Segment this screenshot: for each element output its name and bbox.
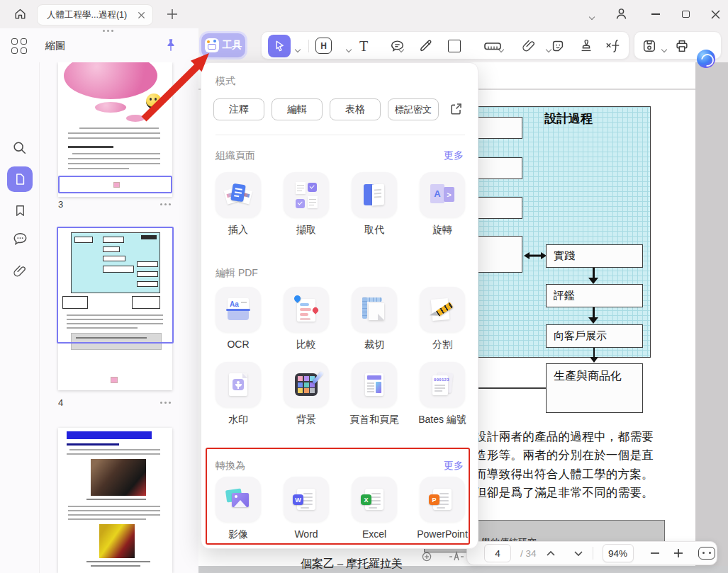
titlebar-chevron-down-icon[interactable] — [589, 14, 595, 21]
tool-background-label: 背景 — [272, 414, 340, 426]
tool-split-label: 分割 — [408, 339, 476, 351]
page4-menu-button[interactable] — [160, 402, 162, 404]
sticker-tool-icon[interactable] — [550, 38, 566, 54]
signature-tool-icon[interactable] — [605, 38, 622, 54]
heading-tool-chevron-icon[interactable] — [346, 47, 352, 53]
tool-to-word[interactable]: W — [284, 477, 329, 522]
zoom-in-button[interactable] — [673, 548, 683, 558]
thumbnail-page-4[interactable] — [58, 228, 172, 390]
tool-to-powerpoint[interactable]: P — [420, 477, 465, 522]
bates-icon: 000123 — [431, 373, 454, 397]
canvas-margin-bottom — [198, 566, 728, 573]
double-arrow — [523, 249, 547, 262]
pane-drag-handle[interactable] — [103, 30, 105, 32]
page-icon — [13, 172, 27, 186]
zoom-level[interactable]: 94% — [603, 544, 634, 562]
tool-ocr[interactable]: Aa — [215, 287, 261, 332]
flow-box-evaluate: 評鑑 — [546, 284, 643, 307]
organize-more-link[interactable]: 更多 — [444, 149, 464, 162]
thumbnail-page-5[interactable] — [58, 428, 172, 573]
tool-to-image[interactable] — [215, 477, 261, 522]
zoom-out-button[interactable] — [650, 548, 660, 558]
red-arrow-annotation — [135, 41, 223, 130]
print-icon[interactable] — [674, 38, 690, 54]
tool-replace-label: 取代 — [340, 224, 408, 237]
shape-tool-icon[interactable] — [448, 40, 461, 52]
page-number-input[interactable] — [484, 544, 511, 562]
fit-width-button[interactable] — [698, 547, 715, 560]
tool-rotate[interactable]: A > — [420, 172, 465, 217]
document-tab[interactable]: 人體工程學...過程(1) — [37, 4, 153, 25]
tool-bates-label: Bates 編號 — [408, 414, 476, 426]
select-tool-chevron-icon[interactable] — [295, 47, 301, 53]
next-page-button[interactable] — [573, 550, 583, 557]
text-tool-button[interactable]: T — [359, 39, 368, 53]
account-icon[interactable] — [614, 6, 629, 21]
status-bar: / 34 94% — [466, 541, 717, 565]
flow-arrow-1-head — [588, 278, 598, 284]
word-glyph: W — [295, 497, 301, 504]
search-icon[interactable] — [12, 140, 28, 156]
replace-icon — [364, 183, 385, 206]
tool-header-footer[interactable] — [352, 362, 397, 407]
tool-bates[interactable]: 000123 — [420, 362, 465, 407]
tool-extract-label: 擷取 — [272, 224, 340, 237]
heading-tool-button[interactable]: H — [315, 38, 332, 54]
tool-to-excel[interactable]: X — [352, 477, 397, 522]
bookmark-icon[interactable] — [13, 203, 27, 218]
organize-section-title: 組織頁面 — [215, 149, 255, 162]
mode-redact-button[interactable]: 標記密文 — [388, 98, 439, 120]
comments-icon[interactable] — [12, 231, 28, 246]
rotate-a-glyph: A — [434, 188, 440, 199]
save-chevron-icon[interactable] — [661, 47, 668, 53]
comment-tool-icon[interactable] — [389, 38, 405, 54]
previous-page-button[interactable] — [546, 550, 556, 557]
apps-grid-icon[interactable] — [11, 38, 28, 55]
tool-crop[interactable] — [352, 287, 397, 332]
tool-replace[interactable] — [352, 172, 397, 217]
extract-icon — [296, 182, 318, 208]
tool-watermark[interactable] — [215, 362, 261, 407]
flow-box-production: 生產與商品化 — [546, 363, 643, 413]
cursor-icon — [273, 40, 286, 52]
status-divider — [593, 547, 593, 560]
crop-icon — [362, 297, 386, 322]
select-tool-button[interactable] — [268, 35, 291, 57]
convert-more-link[interactable]: 更多 — [444, 460, 464, 472]
compare-icon — [296, 297, 317, 322]
mode-edit-button[interactable]: 編輯 — [271, 98, 323, 120]
page3-menu-button[interactable] — [160, 203, 162, 205]
minimize-button[interactable] — [645, 4, 666, 24]
mode-form-button[interactable]: 表格 — [330, 98, 381, 120]
tool-header-footer-label: 頁首和頁尾 — [340, 414, 408, 426]
tab-close-icon[interactable] — [138, 11, 145, 19]
highlighter-tool-icon[interactable] — [418, 38, 434, 54]
split-icon — [430, 297, 454, 322]
ai-assistant-button[interactable] — [697, 50, 715, 68]
tool-compare-label: 比較 — [272, 339, 340, 351]
tool-background[interactable] — [284, 362, 329, 407]
home-icon[interactable] — [13, 7, 27, 21]
attach-tool-icon[interactable] — [522, 38, 536, 54]
open-in-window-icon[interactable] — [447, 101, 464, 118]
flow-box-show-client: 向客戶展示 — [546, 324, 643, 348]
tool-split[interactable] — [420, 287, 465, 332]
tool-compare[interactable] — [284, 287, 329, 332]
rotate-arrow-glyph: > — [447, 191, 451, 199]
page3-selection-box[interactable] — [58, 176, 172, 193]
ocr-icon: Aa — [226, 298, 250, 321]
tools-dropdown-panel: 模式 注釋 編輯 表格 標記密文 組織頁面 更多 — [201, 62, 478, 549]
tool-to-image-label: 影像 — [204, 528, 272, 541]
tool-insert[interactable] — [215, 172, 261, 217]
measure-tool-icon[interactable] — [483, 38, 502, 54]
stamp-tool-icon[interactable] — [578, 38, 594, 55]
thumbnails-pane-title: 縮圖 — [45, 40, 65, 52]
close-button[interactable] — [705, 4, 726, 24]
thumbnail-panel-tab-active[interactable] — [7, 166, 33, 192]
mode-redact-label: 標記密文 — [395, 103, 432, 116]
maximize-button[interactable] — [675, 4, 696, 24]
attachment-icon[interactable] — [13, 263, 27, 279]
tool-extract[interactable] — [284, 172, 329, 217]
new-tab-button[interactable] — [167, 8, 178, 20]
save-icon[interactable] — [642, 38, 657, 54]
